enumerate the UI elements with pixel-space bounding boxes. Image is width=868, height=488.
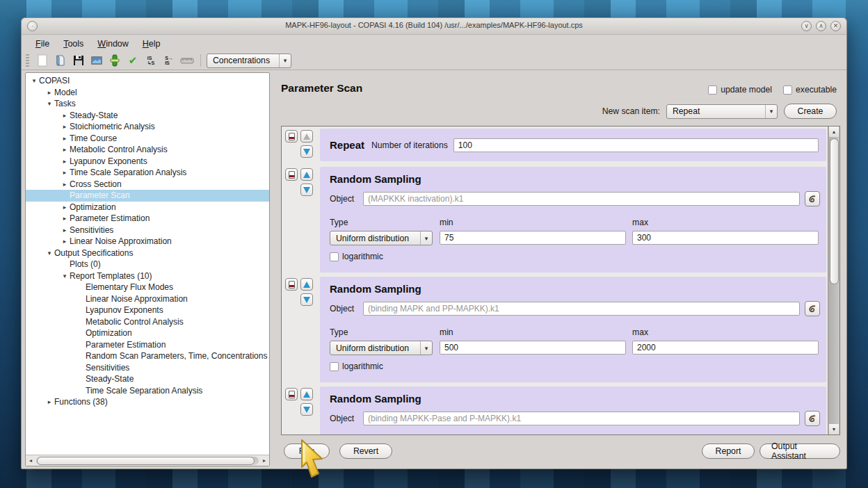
expand-arrow-icon[interactable]: ▸ <box>45 89 54 96</box>
expand-arrow-icon[interactable]: ▸ <box>60 135 70 142</box>
tree-item-model[interactable]: ▸Model <box>26 87 269 99</box>
move-up-button[interactable] <box>300 388 313 400</box>
expand-arrow-icon[interactable]: ▸ <box>60 215 70 222</box>
distribution-type-select[interactable]: Uniform distribution ▾ <box>330 341 433 355</box>
title-bar[interactable]: · MAPK-HF96-layout - COPASI 4.16 (Build … <box>22 18 846 35</box>
expand-arrow-icon[interactable]: ▸ <box>60 204 70 211</box>
new-scan-item-select[interactable]: Repeat ▾ <box>666 104 778 119</box>
max-input[interactable] <box>632 231 819 245</box>
expand-arrow-icon[interactable]: ▸ <box>60 169 70 176</box>
menu-help[interactable]: Help <box>136 37 168 51</box>
move-down-button[interactable] <box>300 145 313 158</box>
tree-item-linear-noise-approximation[interactable]: Linear Noise Approximation <box>26 293 269 305</box>
expand-arrow-icon[interactable]: ▸ <box>60 181 70 188</box>
capture-image-button[interactable] <box>88 53 106 68</box>
tree-item-metabolic-control-analysis[interactable]: Metabolic Control Analysis <box>26 316 269 328</box>
slider-button[interactable] <box>106 53 124 68</box>
expand-arrow-icon[interactable]: ▾ <box>45 250 54 257</box>
menu-file[interactable]: File <box>29 37 56 51</box>
tree-item-functions-38[interactable]: ▸Functions (38) <box>26 396 269 408</box>
close-button[interactable]: ✕ <box>830 21 841 31</box>
vertical-scrollbar[interactable]: ▴ ▾ <box>828 127 839 434</box>
create-button[interactable]: Create <box>784 104 837 119</box>
vertical-scrollbar-thumb[interactable] <box>830 138 839 284</box>
tree-item-steady-state[interactable]: ▸Steady-State <box>26 110 269 122</box>
units-selector[interactable]: Concentrations ▾ <box>207 54 291 68</box>
tree-horizontal-scrollbar[interactable]: ◂ ▸ <box>26 455 269 466</box>
move-down-button[interactable] <box>300 184 313 196</box>
tree-hscroll-thumb[interactable] <box>37 457 255 465</box>
expand-arrow-icon[interactable]: ▸ <box>60 158 70 165</box>
tree-item-time-scale-separation-analysis[interactable]: ▸Time Scale Separation Analysis <box>26 167 269 179</box>
tree-item-linear-noise-approximation[interactable]: ▸Linear Noise Approximation <box>26 236 269 247</box>
object-input[interactable] <box>363 412 800 425</box>
move-down-button[interactable] <box>300 403 313 416</box>
expand-arrow-icon[interactable]: ▸ <box>60 238 70 245</box>
tree-item-tasks[interactable]: ▾Tasks <box>26 98 269 110</box>
tree-item-metabolic-control-analysis[interactable]: ▸Metabolic Control Analysis <box>26 144 269 156</box>
max-input[interactable] <box>632 341 819 355</box>
menu-window[interactable]: Window <box>90 37 135 51</box>
scroll-up-icon[interactable]: ▴ <box>829 127 839 137</box>
expand-arrow-icon[interactable]: ▸ <box>60 123 70 130</box>
tree-item-parameter-estimation[interactable]: Parameter Estimation <box>26 339 269 351</box>
scroll-left-icon[interactable]: ◂ <box>26 457 35 464</box>
tree-item-report-templates-10[interactable]: ▾Report Templates (10) <box>26 270 269 282</box>
expand-arrow-icon[interactable]: ▸ <box>60 227 70 234</box>
tree-item-cross-section[interactable]: ▸Cross Section <box>26 179 269 190</box>
tree-hscroll-track[interactable] <box>36 457 259 465</box>
move-up-button[interactable] <box>300 130 313 143</box>
object-input[interactable] <box>363 302 800 316</box>
scroll-down-icon[interactable]: ▾ <box>829 424 839 434</box>
move-up-button[interactable] <box>300 278 313 291</box>
s-to-is-button[interactable]: S→IS <box>160 53 178 68</box>
tree-item-output-specifications[interactable]: ▾Output Specifications <box>26 247 269 259</box>
expand-arrow-icon[interactable]: ▾ <box>29 77 39 84</box>
is-to-s-button[interactable]: IS↳S <box>142 53 160 68</box>
select-object-button[interactable] <box>805 191 820 206</box>
report-button[interactable]: Report <box>702 444 755 459</box>
tree-item-elementary-flux-modes[interactable]: Elementary Flux Modes <box>26 282 269 293</box>
select-object-button[interactable] <box>805 411 820 426</box>
object-input[interactable] <box>363 192 800 206</box>
expand-arrow-icon[interactable]: ▸ <box>60 112 70 119</box>
remove-item-button[interactable] <box>285 278 298 291</box>
tree-item-plots-0[interactable]: Plots (0) <box>26 259 269 270</box>
tree-item-parameter-estimation[interactable]: ▸Parameter Estimation <box>26 213 269 225</box>
remove-item-button[interactable] <box>285 388 298 400</box>
min-input[interactable] <box>440 341 626 355</box>
executable-checkbox[interactable] <box>783 86 792 95</box>
expand-arrow-icon[interactable]: ▸ <box>60 146 70 153</box>
output-assistant-button[interactable]: Output Assistant <box>760 444 840 459</box>
tree-item-random-scan-parameters-time-concentrations[interactable]: Random Scan Parameters, Time, Concentrat… <box>26 350 269 362</box>
revert-button[interactable]: Revert <box>339 444 392 459</box>
maximize-button[interactable]: ∧ <box>816 21 826 31</box>
ruler-button[interactable] <box>178 53 196 68</box>
tree-item-optimization[interactable]: ▸Optimization <box>26 202 269 213</box>
logarithmic-checkbox[interactable] <box>330 252 339 261</box>
minimize-button[interactable]: ∨ <box>801 21 812 31</box>
tree-item-copasi[interactable]: ▾COPASI <box>26 75 269 87</box>
tree-item-lyapunov-exponents[interactable]: Lyapunov Exponents <box>26 304 269 316</box>
save-button[interactable] <box>70 53 88 68</box>
iterations-input[interactable] <box>453 138 819 152</box>
tree-item-stoichiometric-analysis[interactable]: ▸Stoichiometric Analysis <box>26 121 269 133</box>
tree-item-time-scale-separation-analysis[interactable]: Time Scale Separation Analysis <box>26 385 269 397</box>
tree-item-time-course[interactable]: ▸Time Course <box>26 133 269 145</box>
remove-item-button[interactable] <box>285 130 298 143</box>
tree-item-sensitivities[interactable]: Sensitivities <box>26 362 269 374</box>
move-up-button[interactable] <box>300 168 313 181</box>
open-file-button[interactable] <box>51 53 70 68</box>
remove-item-button[interactable] <box>285 168 298 181</box>
expand-arrow-icon[interactable]: ▸ <box>45 398 54 405</box>
distribution-type-select[interactable]: Uniform distribution ▾ <box>330 231 433 245</box>
tree-item-optimization[interactable]: Optimization <box>26 327 269 339</box>
expand-arrow-icon[interactable]: ▾ <box>45 100 54 107</box>
tree-item-parameter-scan[interactable]: Parameter Scan <box>26 190 269 202</box>
min-input[interactable] <box>440 231 626 245</box>
new-file-button[interactable] <box>33 53 51 68</box>
tree-item-sensitivities[interactable]: ▸Sensitivities <box>26 225 269 236</box>
tree-item-steady-state[interactable]: Steady-State <box>26 373 269 385</box>
tree-item-lyapunov-exponents[interactable]: ▸Lyapunov Exponents <box>26 156 269 168</box>
move-down-button[interactable] <box>300 293 313 306</box>
